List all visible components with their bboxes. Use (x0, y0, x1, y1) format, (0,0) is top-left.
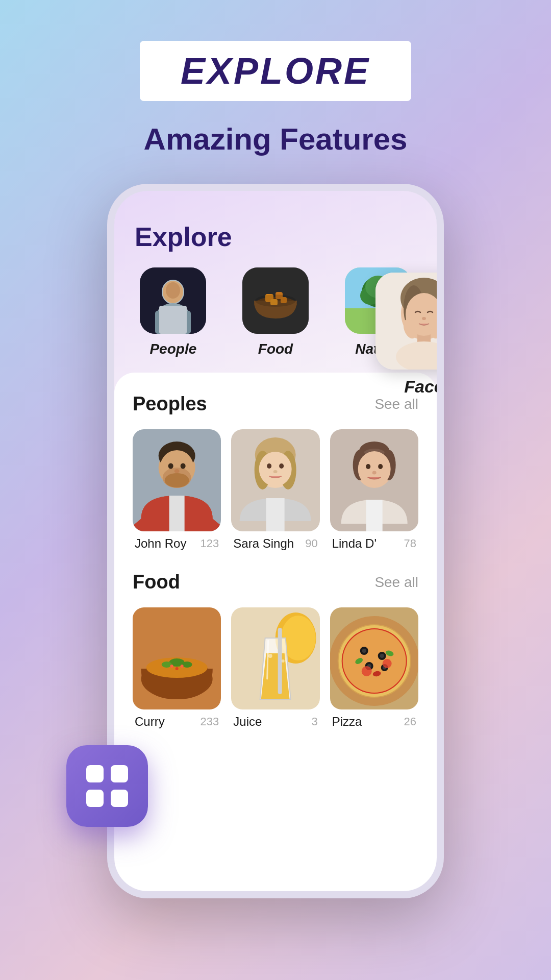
food-juice-count: 3 (311, 715, 317, 728)
category-people-label: People (149, 341, 196, 357)
food-pizza[interactable]: Pizza 26 (330, 607, 418, 729)
food-curry-photo (133, 607, 221, 709)
svg-point-51 (273, 470, 278, 473)
svg-rect-59 (366, 500, 382, 531)
category-people[interactable]: People (124, 267, 222, 357)
food-juice-info: Juice 3 (231, 715, 319, 729)
svg-point-13 (255, 295, 296, 307)
person-john-info: John Roy 123 (133, 536, 221, 551)
app-icon-dots (86, 765, 128, 807)
peoples-see-all[interactable]: See all (374, 396, 418, 412)
person-sara-singh[interactable]: Sara Singh 90 (231, 429, 319, 551)
person-sara-photo (231, 429, 319, 531)
svg-point-76 (268, 654, 272, 658)
food-title: Food (133, 571, 180, 593)
svg-point-86 (380, 654, 384, 658)
peoples-grid: John Roy 123 (133, 429, 418, 551)
food-grid: Curry 233 (133, 607, 418, 729)
svg-point-70 (181, 665, 184, 668)
food-juice[interactable]: Juice 3 (231, 607, 319, 729)
svg-point-94 (361, 666, 371, 676)
svg-point-6 (166, 282, 180, 299)
food-curry-name: Curry (135, 715, 165, 729)
svg-point-38 (165, 473, 189, 487)
svg-rect-75 (278, 628, 282, 694)
category-food-image (242, 267, 309, 334)
svg-point-49 (267, 463, 271, 469)
explore-badge-text: EXPLORE (181, 51, 370, 91)
dot-2 (111, 765, 128, 782)
svg-point-61 (378, 464, 383, 469)
category-face-image (375, 273, 437, 370)
svg-point-41 (174, 469, 180, 473)
svg-point-67 (162, 662, 172, 668)
person-linda-name: Linda D' (332, 536, 377, 551)
food-pizza-photo (330, 607, 418, 709)
svg-rect-47 (266, 498, 285, 531)
page-header: EXPLORE Amazing Features (0, 0, 551, 157)
food-pizza-name: Pizza (332, 715, 362, 729)
person-john-name: John Roy (135, 536, 186, 551)
svg-point-60 (366, 464, 370, 469)
svg-point-58 (358, 451, 390, 487)
svg-point-68 (182, 662, 192, 668)
person-john-photo (133, 429, 221, 531)
person-linda[interactable]: Linda D' 78 (330, 429, 418, 551)
category-face-label: Face (404, 377, 437, 397)
phone-mockup: Explore (82, 184, 469, 939)
svg-point-48 (259, 452, 292, 486)
person-linda-photo (330, 429, 418, 531)
category-people-image (140, 267, 206, 334)
screen-title: Explore (135, 222, 232, 252)
person-john-roy[interactable]: John Roy 123 (133, 429, 221, 551)
person-linda-info: Linda D' 78 (330, 536, 418, 551)
svg-point-69 (170, 665, 173, 668)
svg-point-40 (181, 463, 186, 469)
app-icon-badge[interactable] (66, 745, 148, 827)
white-section: Peoples See all (114, 373, 437, 832)
amazing-features-subtitle: Amazing Features (144, 121, 408, 157)
food-pizza-info: Pizza 26 (330, 715, 418, 729)
person-sara-info: Sara Singh 90 (231, 536, 319, 551)
category-face[interactable]: Face (375, 273, 437, 397)
svg-point-82 (342, 629, 406, 693)
person-linda-count: 78 (404, 537, 416, 550)
svg-point-39 (168, 463, 173, 469)
category-food-label: Food (258, 341, 293, 357)
svg-rect-34 (169, 496, 185, 531)
dot-3 (86, 790, 104, 807)
dot-1 (86, 765, 104, 782)
svg-rect-4 (159, 306, 187, 334)
svg-point-50 (279, 463, 284, 469)
screen-header: Explore (114, 191, 437, 267)
svg-point-29 (422, 317, 426, 320)
dot-4 (111, 790, 128, 807)
phone-frame: Explore (107, 184, 444, 898)
person-john-count: 123 (201, 537, 219, 550)
svg-point-84 (362, 649, 366, 653)
person-sara-count: 90 (305, 537, 317, 550)
svg-point-95 (382, 659, 391, 668)
phone-inner: Explore (114, 191, 437, 891)
food-section-header: Food See all (133, 571, 418, 593)
food-juice-name: Juice (233, 715, 262, 729)
person-sara-name: Sara Singh (233, 536, 294, 551)
svg-point-62 (372, 471, 376, 475)
peoples-title: Peoples (133, 393, 207, 415)
food-pizza-count: 26 (404, 715, 416, 728)
food-see-all[interactable]: See all (374, 574, 418, 591)
food-curry[interactable]: Curry 233 (133, 607, 221, 729)
category-food[interactable]: Food (227, 267, 324, 357)
svg-point-71 (176, 667, 179, 670)
explore-badge: EXPLORE (140, 41, 411, 101)
food-curry-count: 233 (201, 715, 219, 728)
food-juice-photo (231, 607, 319, 709)
food-curry-info: Curry 233 (133, 715, 221, 729)
svg-point-77 (282, 659, 285, 663)
